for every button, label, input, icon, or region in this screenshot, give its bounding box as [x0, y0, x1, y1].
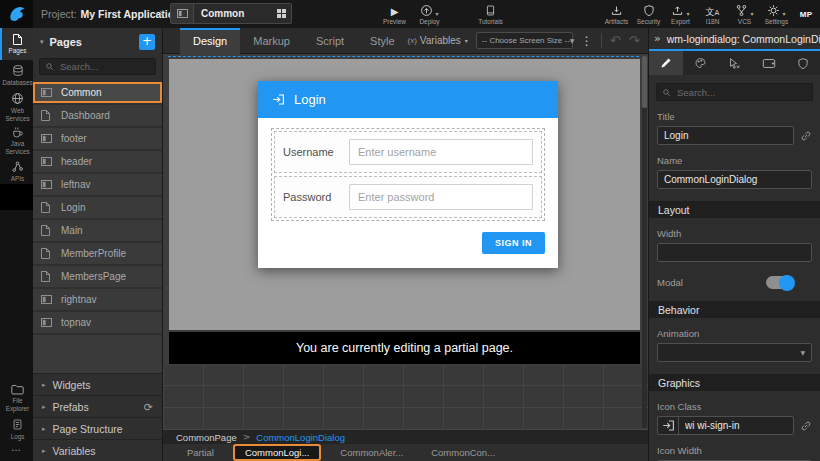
dialog-header[interactable]: Login: [258, 81, 558, 118]
graphics-section-header[interactable]: Graphics: [649, 374, 820, 391]
inspector-tab-cursor-x[interactable]: [717, 51, 751, 75]
variables-button[interactable]: (x) Variables ▾: [408, 35, 468, 46]
page-item-header[interactable]: header: [33, 151, 162, 172]
preview-button[interactable]: ▶Preview: [380, 0, 409, 28]
breadcrumb-parent[interactable]: CommonPage: [176, 432, 237, 443]
design-canvas[interactable]: Login UsernamePassword SIGN IN: [169, 59, 640, 330]
layout-section-header[interactable]: Layout: [649, 201, 820, 218]
sign-in-button[interactable]: SIGN IN: [482, 232, 545, 254]
rail-item-apis[interactable]: APIs: [0, 158, 33, 184]
security-button[interactable]: Security: [634, 0, 663, 28]
pages-search-input[interactable]: [58, 60, 150, 73]
deploy-button[interactable]: ▾Deploy: [415, 0, 444, 28]
collapse-panel-button[interactable]: »: [654, 32, 661, 45]
logo-icon: [7, 4, 27, 24]
icon-class-input[interactable]: [679, 420, 793, 431]
bind-icon-class-button[interactable]: [800, 420, 812, 432]
variables-icon: (x): [408, 36, 417, 45]
modal-toggle[interactable]: [766, 276, 794, 289]
rail-item-label: Pages: [8, 47, 28, 55]
inspector-tab-pencil[interactable]: [649, 51, 683, 75]
inspector-tab-shield[interactable]: [786, 51, 820, 75]
scrollbar-thumb[interactable]: [642, 56, 647, 108]
tri-right-icon: ▸: [42, 381, 46, 389]
rail-item-web-services[interactable]: Web Services: [0, 90, 33, 124]
tab-markup[interactable]: Markup: [240, 28, 303, 54]
bind-title-button[interactable]: [800, 130, 812, 142]
tutorials-button[interactable]: Tutorials: [476, 0, 505, 28]
sign-in-icon: [658, 417, 679, 434]
pages-list-filler: [33, 335, 162, 373]
editor-area: DesignMarkupScriptStyle (x) Variables ▾ …: [163, 28, 648, 461]
login-dialog-widget[interactable]: Login UsernamePassword SIGN IN: [258, 81, 558, 268]
bottom-tab-partial[interactable]: Partial: [173, 444, 228, 461]
download-icon: [610, 5, 623, 17]
rail-item-file-explorer[interactable]: File Explorer: [0, 381, 33, 415]
rail-item-label: Databases: [1, 79, 33, 87]
tab-design[interactable]: Design: [180, 28, 240, 54]
section-prefabs[interactable]: ▸Prefabs⟳: [33, 395, 162, 417]
page-item-memberspage[interactable]: MembersPage: [33, 266, 162, 287]
user-avatar[interactable]: MP: [796, 4, 816, 24]
redo-button[interactable]: ↷: [629, 34, 640, 47]
search-icon: [45, 62, 54, 71]
behavior-section-header[interactable]: Behavior: [649, 301, 820, 318]
translate-icon: 文A: [706, 8, 720, 17]
rail-item-java-services[interactable]: Java Services: [0, 124, 33, 158]
animation-select[interactable]: ▼: [657, 343, 812, 362]
screen-size-select[interactable]: -- Choose Screen Size -- ▼: [476, 32, 573, 49]
width-prop-input[interactable]: [657, 243, 812, 262]
rail-item-label: Java Services: [2, 140, 33, 155]
rail-overflow-button[interactable]: •••: [0, 443, 33, 461]
pages-panel-header[interactable]: ▾ Pages +: [33, 28, 162, 54]
breadcrumb-current[interactable]: CommonLoginDialog: [256, 432, 345, 443]
settings-button[interactable]: ▾Settings: [762, 0, 791, 28]
tab-script[interactable]: Script: [303, 28, 357, 54]
password-input[interactable]: [349, 184, 533, 210]
wavemaker-studio: Project:My First Application › Common ▶P…: [0, 0, 820, 461]
coffee-icon: [11, 126, 24, 138]
page-item-dashboard[interactable]: Dashboard: [33, 105, 162, 126]
pages-list: CommonDashboardfooterheaderleftnavLoginM…: [33, 82, 162, 335]
add-page-button[interactable]: +: [139, 34, 155, 50]
app-logo[interactable]: [0, 0, 33, 28]
more-button[interactable]: ⋮: [581, 35, 593, 47]
page-item-common[interactable]: Common: [33, 82, 162, 103]
rail-item-databases[interactable]: Databases: [0, 60, 33, 90]
title-prop-input[interactable]: [657, 126, 794, 145]
name-prop-input[interactable]: [657, 170, 812, 189]
inspector-tab-palette[interactable]: [683, 51, 717, 75]
page-item-label: MembersPage: [61, 271, 126, 282]
username-input[interactable]: [349, 139, 533, 165]
refresh-icon[interactable]: ⟳: [144, 401, 153, 413]
page-item-main[interactable]: Main: [33, 220, 162, 241]
properties-panel: » wm-logindialog: CommonLoginDialog Titl…: [648, 28, 820, 461]
icon-class-prop-label: Icon Class: [657, 401, 812, 412]
page-selector[interactable]: Common: [170, 3, 292, 24]
page-item-topnav[interactable]: topnav: [33, 312, 162, 333]
export-button[interactable]: ▾Export: [666, 0, 695, 28]
button-label: Export: [671, 18, 690, 25]
inspector-tab-device[interactable]: [752, 51, 786, 75]
partial-icon: [41, 157, 53, 166]
bottom-tab-commonlogi[interactable]: CommonLogi...: [235, 446, 319, 459]
page-item-leftnav[interactable]: leftnav: [33, 174, 162, 195]
i18n-button[interactable]: 文AI18N: [698, 0, 727, 28]
artifacts-button[interactable]: Artifacts: [602, 0, 631, 28]
page-item-login[interactable]: Login: [33, 197, 162, 218]
rail-item-logs[interactable]: Logs: [0, 415, 33, 443]
section-widgets[interactable]: ▸Widgets: [33, 373, 162, 395]
tab-style[interactable]: Style: [357, 28, 407, 54]
page-item-rightnav[interactable]: rightnav: [33, 289, 162, 310]
section-page-structure[interactable]: ▸Page Structure: [33, 417, 162, 439]
rail-item-pages[interactable]: Pages: [0, 28, 33, 60]
undo-button[interactable]: ↶: [610, 34, 621, 47]
vcs-button[interactable]: ▾VCS: [730, 0, 759, 28]
section-variables[interactable]: ▸Variables: [33, 439, 162, 461]
page-item-memberprofile[interactable]: MemberProfile: [33, 243, 162, 264]
bottom-tab-commoncon[interactable]: CommonCon...: [417, 444, 509, 461]
tri-right-icon: ▸: [42, 403, 46, 411]
page-item-footer[interactable]: footer: [33, 128, 162, 149]
bottom-tab-commonaler[interactable]: CommonAler...: [326, 444, 417, 461]
properties-search-input[interactable]: [675, 86, 807, 99]
